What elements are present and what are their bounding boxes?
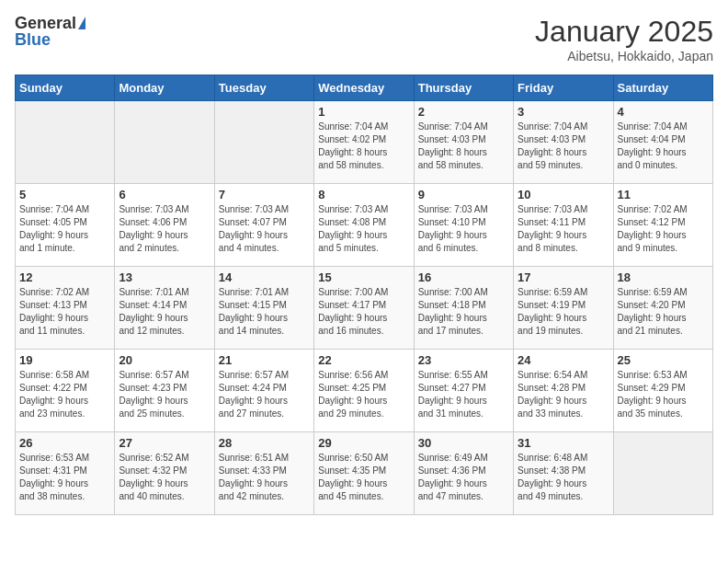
day-number: 27 [119, 436, 210, 450]
day-number: 20 [119, 353, 210, 367]
day-number: 30 [418, 436, 509, 450]
day-cell: 29Sunrise: 6:50 AM Sunset: 4:35 PM Dayli… [314, 432, 414, 515]
day-cell: 13Sunrise: 7:01 AM Sunset: 4:14 PM Dayli… [115, 267, 214, 350]
day-cell [16, 101, 115, 184]
day-info: Sunrise: 7:04 AM Sunset: 4:03 PM Dayligh… [418, 121, 509, 172]
day-info: Sunrise: 6:51 AM Sunset: 4:33 PM Dayligh… [219, 452, 310, 503]
day-number: 8 [318, 188, 409, 201]
day-number: 13 [119, 270, 210, 284]
day-info: Sunrise: 7:02 AM Sunset: 4:13 PM Dayligh… [19, 286, 110, 338]
day-info: Sunrise: 6:57 AM Sunset: 4:24 PM Dayligh… [219, 369, 310, 420]
day-number: 15 [318, 270, 409, 284]
day-info: Sunrise: 6:59 AM Sunset: 4:19 PM Dayligh… [518, 286, 609, 338]
day-info: Sunrise: 6:53 AM Sunset: 4:29 PM Dayligh… [618, 369, 709, 420]
day-cell: 14Sunrise: 7:01 AM Sunset: 4:15 PM Dayli… [214, 267, 313, 350]
logo-blue-text: Blue [15, 31, 51, 48]
day-info: Sunrise: 6:54 AM Sunset: 4:28 PM Dayligh… [518, 369, 609, 420]
day-info: Sunrise: 7:04 AM Sunset: 4:02 PM Dayligh… [318, 121, 409, 172]
day-number: 10 [518, 188, 609, 201]
day-cell: 17Sunrise: 6:59 AM Sunset: 4:19 PM Dayli… [514, 267, 613, 350]
day-info: Sunrise: 7:00 AM Sunset: 4:17 PM Dayligh… [318, 286, 409, 338]
day-header-monday: Monday [115, 75, 214, 101]
day-cell [613, 432, 712, 515]
calendar-table: SundayMondayTuesdayWednesdayThursdayFrid… [15, 75, 713, 515]
week-row-3: 19Sunrise: 6:58 AM Sunset: 4:22 PM Dayli… [16, 350, 713, 432]
day-cell: 21Sunrise: 6:57 AM Sunset: 4:24 PM Dayli… [214, 350, 313, 432]
day-number: 16 [418, 270, 509, 284]
day-info: Sunrise: 6:57 AM Sunset: 4:23 PM Dayligh… [119, 369, 210, 420]
month-title: January 2025 [535, 15, 713, 49]
day-cell: 6Sunrise: 7:03 AM Sunset: 4:06 PM Daylig… [115, 184, 214, 267]
day-cell: 4Sunrise: 7:04 AM Sunset: 4:04 PM Daylig… [613, 101, 712, 184]
day-number: 31 [518, 436, 609, 450]
day-number: 17 [518, 270, 609, 284]
day-cell: 30Sunrise: 6:49 AM Sunset: 4:36 PM Dayli… [414, 432, 513, 515]
day-cell: 7Sunrise: 7:03 AM Sunset: 4:07 PM Daylig… [214, 184, 313, 267]
day-header-thursday: Thursday [414, 75, 513, 101]
day-info: Sunrise: 7:01 AM Sunset: 4:14 PM Dayligh… [119, 286, 210, 338]
day-number: 7 [219, 188, 310, 201]
day-info: Sunrise: 7:03 AM Sunset: 4:10 PM Dayligh… [418, 203, 509, 255]
day-info: Sunrise: 7:03 AM Sunset: 4:07 PM Dayligh… [219, 203, 310, 255]
day-cell: 22Sunrise: 6:56 AM Sunset: 4:25 PM Dayli… [314, 350, 414, 432]
day-info: Sunrise: 7:03 AM Sunset: 4:11 PM Dayligh… [518, 203, 609, 255]
title-block: January 2025 Aibetsu, Hokkaido, Japan [535, 15, 713, 63]
day-cell: 3Sunrise: 7:04 AM Sunset: 4:03 PM Daylig… [514, 101, 613, 184]
day-header-friday: Friday [514, 75, 613, 101]
day-header-saturday: Saturday [613, 75, 712, 101]
day-cell: 24Sunrise: 6:54 AM Sunset: 4:28 PM Dayli… [514, 350, 613, 432]
day-number: 26 [19, 436, 110, 450]
day-info: Sunrise: 7:00 AM Sunset: 4:18 PM Dayligh… [418, 286, 509, 338]
day-number: 3 [518, 105, 609, 119]
day-cell: 25Sunrise: 6:53 AM Sunset: 4:29 PM Dayli… [613, 350, 712, 432]
day-info: Sunrise: 6:48 AM Sunset: 4:38 PM Dayligh… [518, 452, 609, 503]
day-header-sunday: Sunday [16, 75, 115, 101]
day-info: Sunrise: 6:52 AM Sunset: 4:32 PM Dayligh… [119, 452, 210, 503]
day-cell: 27Sunrise: 6:52 AM Sunset: 4:32 PM Dayli… [115, 432, 214, 515]
logo-general-text: General [15, 15, 76, 31]
logo: General Blue [15, 15, 85, 48]
logo-icon [78, 17, 85, 29]
day-number: 6 [119, 188, 210, 201]
day-number: 9 [418, 188, 509, 201]
day-cell: 5Sunrise: 7:04 AM Sunset: 4:05 PM Daylig… [16, 184, 115, 267]
day-info: Sunrise: 6:59 AM Sunset: 4:20 PM Dayligh… [618, 286, 709, 338]
day-info: Sunrise: 7:03 AM Sunset: 4:06 PM Dayligh… [119, 203, 210, 255]
day-cell: 2Sunrise: 7:04 AM Sunset: 4:03 PM Daylig… [414, 101, 513, 184]
day-number: 4 [618, 105, 709, 119]
day-number: 12 [19, 270, 110, 284]
day-info: Sunrise: 7:04 AM Sunset: 4:05 PM Dayligh… [19, 203, 110, 255]
day-number: 11 [618, 188, 709, 201]
day-cell: 26Sunrise: 6:53 AM Sunset: 4:31 PM Dayli… [16, 432, 115, 515]
week-row-2: 12Sunrise: 7:02 AM Sunset: 4:13 PM Dayli… [16, 267, 713, 350]
page-header: General Blue January 2025 Aibetsu, Hokka… [15, 15, 713, 63]
day-number: 18 [618, 270, 709, 284]
day-cell: 11Sunrise: 7:02 AM Sunset: 4:12 PM Dayli… [613, 184, 712, 267]
day-cell: 31Sunrise: 6:48 AM Sunset: 4:38 PM Dayli… [514, 432, 613, 515]
day-header-wednesday: Wednesday [314, 75, 414, 101]
day-cell: 15Sunrise: 7:00 AM Sunset: 4:17 PM Dayli… [314, 267, 414, 350]
day-cell: 16Sunrise: 7:00 AM Sunset: 4:18 PM Dayli… [414, 267, 513, 350]
day-cell: 1Sunrise: 7:04 AM Sunset: 4:02 PM Daylig… [314, 101, 414, 184]
day-number: 2 [418, 105, 509, 119]
day-info: Sunrise: 6:58 AM Sunset: 4:22 PM Dayligh… [19, 369, 110, 420]
day-number: 22 [318, 353, 409, 367]
day-cell: 12Sunrise: 7:02 AM Sunset: 4:13 PM Dayli… [16, 267, 115, 350]
day-number: 23 [418, 353, 509, 367]
day-info: Sunrise: 6:49 AM Sunset: 4:36 PM Dayligh… [418, 452, 509, 503]
day-cell: 9Sunrise: 7:03 AM Sunset: 4:10 PM Daylig… [414, 184, 513, 267]
day-info: Sunrise: 6:55 AM Sunset: 4:27 PM Dayligh… [418, 369, 509, 420]
day-number: 19 [19, 353, 110, 367]
day-number: 14 [219, 270, 310, 284]
day-number: 1 [318, 105, 409, 119]
calendar-header-row: SundayMondayTuesdayWednesdayThursdayFrid… [16, 75, 713, 101]
day-info: Sunrise: 6:50 AM Sunset: 4:35 PM Dayligh… [318, 452, 409, 503]
day-cell [115, 101, 214, 184]
location-subtitle: Aibetsu, Hokkaido, Japan [535, 49, 713, 63]
day-number: 21 [219, 353, 310, 367]
week-row-0: 1Sunrise: 7:04 AM Sunset: 4:02 PM Daylig… [16, 101, 713, 184]
day-cell [214, 101, 313, 184]
day-info: Sunrise: 6:56 AM Sunset: 4:25 PM Dayligh… [318, 369, 409, 420]
week-row-4: 26Sunrise: 6:53 AM Sunset: 4:31 PM Dayli… [16, 432, 713, 515]
day-cell: 28Sunrise: 6:51 AM Sunset: 4:33 PM Dayli… [214, 432, 313, 515]
